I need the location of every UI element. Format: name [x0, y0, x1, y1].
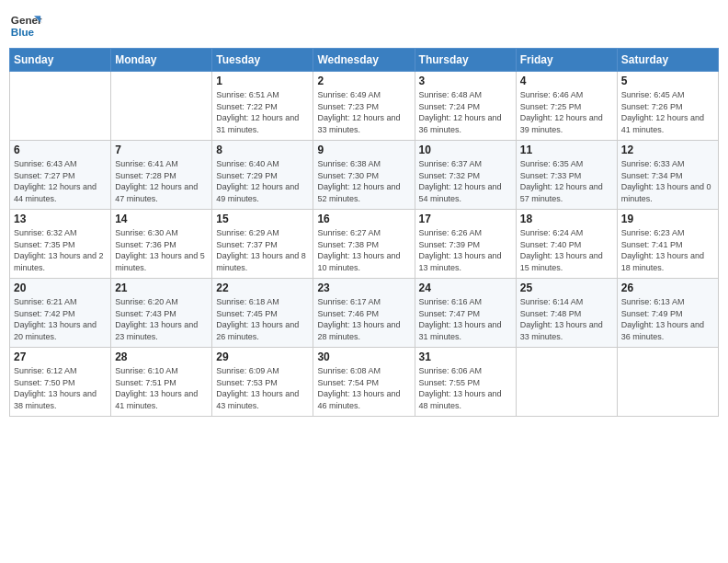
- day-number: 18: [520, 213, 613, 225]
- day-info: Sunrise: 6:29 AM Sunset: 7:37 PM Dayligh…: [216, 227, 309, 273]
- header-cell-tuesday: Tuesday: [212, 49, 313, 72]
- day-info: Sunrise: 6:49 AM Sunset: 7:23 PM Dayligh…: [317, 89, 410, 135]
- day-number: 7: [115, 144, 208, 156]
- calendar-cell: 27Sunrise: 6:12 AM Sunset: 7:50 PM Dayli…: [10, 348, 111, 417]
- calendar-cell: 31Sunrise: 6:06 AM Sunset: 7:55 PM Dayli…: [415, 348, 516, 417]
- calendar-cell: 3Sunrise: 6:48 AM Sunset: 7:24 PM Daylig…: [415, 72, 516, 141]
- day-info: Sunrise: 6:48 AM Sunset: 7:24 PM Dayligh…: [419, 89, 512, 135]
- calendar-cell: 18Sunrise: 6:24 AM Sunset: 7:40 PM Dayli…: [516, 210, 617, 279]
- day-number: 20: [14, 282, 107, 294]
- calendar-cell: 8Sunrise: 6:40 AM Sunset: 7:29 PM Daylig…: [212, 141, 313, 210]
- day-info: Sunrise: 6:30 AM Sunset: 7:36 PM Dayligh…: [115, 227, 208, 273]
- logo: General Blue: [9, 9, 42, 42]
- day-info: Sunrise: 6:46 AM Sunset: 7:25 PM Dayligh…: [520, 89, 613, 135]
- day-info: Sunrise: 6:45 AM Sunset: 7:26 PM Dayligh…: [621, 89, 714, 135]
- day-number: 15: [216, 213, 309, 225]
- day-number: 25: [520, 282, 613, 294]
- day-info: Sunrise: 6:37 AM Sunset: 7:32 PM Dayligh…: [419, 158, 512, 204]
- svg-text:Blue: Blue: [11, 26, 35, 38]
- day-number: 6: [14, 144, 107, 156]
- calendar-cell: 21Sunrise: 6:20 AM Sunset: 7:43 PM Dayli…: [111, 279, 212, 348]
- calendar-cell: 12Sunrise: 6:33 AM Sunset: 7:34 PM Dayli…: [617, 141, 718, 210]
- day-number: 29: [216, 350, 309, 363]
- day-info: Sunrise: 6:27 AM Sunset: 7:38 PM Dayligh…: [317, 227, 410, 273]
- calendar-cell: 9Sunrise: 6:38 AM Sunset: 7:30 PM Daylig…: [313, 141, 415, 210]
- header-cell-monday: Monday: [111, 49, 212, 72]
- day-number: 2: [317, 75, 410, 87]
- day-number: 22: [216, 282, 309, 294]
- day-number: 1: [216, 75, 309, 87]
- calendar-cell: [516, 348, 617, 417]
- calendar-table: SundayMondayTuesdayWednesdayThursdayFrid…: [9, 48, 719, 417]
- calendar-week-row: 6Sunrise: 6:43 AM Sunset: 7:27 PM Daylig…: [10, 141, 719, 210]
- header-cell-friday: Friday: [516, 49, 617, 72]
- day-info: Sunrise: 6:21 AM Sunset: 7:42 PM Dayligh…: [14, 296, 107, 342]
- calendar-week-row: 1Sunrise: 6:51 AM Sunset: 7:22 PM Daylig…: [10, 72, 719, 141]
- calendar-cell: 29Sunrise: 6:09 AM Sunset: 7:53 PM Dayli…: [212, 348, 313, 417]
- day-info: Sunrise: 6:16 AM Sunset: 7:47 PM Dayligh…: [419, 296, 512, 342]
- calendar-header-row: SundayMondayTuesdayWednesdayThursdayFrid…: [10, 49, 719, 72]
- calendar-week-row: 20Sunrise: 6:21 AM Sunset: 7:42 PM Dayli…: [10, 279, 719, 348]
- day-number: 4: [520, 75, 613, 87]
- day-number: 12: [621, 144, 714, 156]
- day-info: Sunrise: 6:20 AM Sunset: 7:43 PM Dayligh…: [115, 296, 208, 342]
- day-number: 16: [317, 213, 410, 225]
- day-info: Sunrise: 6:14 AM Sunset: 7:48 PM Dayligh…: [520, 296, 613, 342]
- header-cell-sunday: Sunday: [10, 49, 111, 72]
- header-cell-saturday: Saturday: [617, 49, 718, 72]
- calendar-cell: 5Sunrise: 6:45 AM Sunset: 7:26 PM Daylig…: [617, 72, 718, 141]
- day-info: Sunrise: 6:12 AM Sunset: 7:50 PM Dayligh…: [14, 365, 107, 411]
- day-number: 28: [115, 350, 208, 363]
- calendar-cell: 28Sunrise: 6:10 AM Sunset: 7:51 PM Dayli…: [111, 348, 212, 417]
- calendar-cell: 10Sunrise: 6:37 AM Sunset: 7:32 PM Dayli…: [415, 141, 516, 210]
- calendar-cell: 19Sunrise: 6:23 AM Sunset: 7:41 PM Dayli…: [617, 210, 718, 279]
- calendar-cell: 2Sunrise: 6:49 AM Sunset: 7:23 PM Daylig…: [313, 72, 415, 141]
- day-info: Sunrise: 6:38 AM Sunset: 7:30 PM Dayligh…: [317, 158, 410, 204]
- header-cell-thursday: Thursday: [415, 49, 516, 72]
- header-cell-wednesday: Wednesday: [313, 49, 415, 72]
- day-number: 13: [14, 213, 107, 225]
- calendar-body: 1Sunrise: 6:51 AM Sunset: 7:22 PM Daylig…: [10, 72, 719, 417]
- day-info: Sunrise: 6:18 AM Sunset: 7:45 PM Dayligh…: [216, 296, 309, 342]
- page-header: General Blue: [9, 9, 719, 42]
- day-number: 30: [317, 350, 410, 363]
- day-number: 14: [115, 213, 208, 225]
- calendar-cell: 1Sunrise: 6:51 AM Sunset: 7:22 PM Daylig…: [212, 72, 313, 141]
- day-info: Sunrise: 6:08 AM Sunset: 7:54 PM Dayligh…: [317, 365, 410, 411]
- calendar-cell: 22Sunrise: 6:18 AM Sunset: 7:45 PM Dayli…: [212, 279, 313, 348]
- day-number: 11: [520, 144, 613, 156]
- calendar-cell: 6Sunrise: 6:43 AM Sunset: 7:27 PM Daylig…: [10, 141, 111, 210]
- day-info: Sunrise: 6:43 AM Sunset: 7:27 PM Dayligh…: [14, 158, 107, 204]
- calendar-cell: 16Sunrise: 6:27 AM Sunset: 7:38 PM Dayli…: [313, 210, 415, 279]
- calendar-cell: 25Sunrise: 6:14 AM Sunset: 7:48 PM Dayli…: [516, 279, 617, 348]
- day-number: 9: [317, 144, 410, 156]
- day-info: Sunrise: 6:26 AM Sunset: 7:39 PM Dayligh…: [419, 227, 512, 273]
- day-info: Sunrise: 6:51 AM Sunset: 7:22 PM Dayligh…: [216, 89, 309, 135]
- calendar-week-row: 27Sunrise: 6:12 AM Sunset: 7:50 PM Dayli…: [10, 348, 719, 417]
- day-number: 10: [419, 144, 512, 156]
- day-info: Sunrise: 6:09 AM Sunset: 7:53 PM Dayligh…: [216, 365, 309, 411]
- day-number: 26: [621, 282, 714, 294]
- calendar-cell: 7Sunrise: 6:41 AM Sunset: 7:28 PM Daylig…: [111, 141, 212, 210]
- day-info: Sunrise: 6:24 AM Sunset: 7:40 PM Dayligh…: [520, 227, 613, 273]
- day-info: Sunrise: 6:06 AM Sunset: 7:55 PM Dayligh…: [419, 365, 512, 411]
- day-info: Sunrise: 6:13 AM Sunset: 7:49 PM Dayligh…: [621, 296, 714, 342]
- day-number: 31: [419, 350, 512, 363]
- logo-icon: General Blue: [9, 9, 42, 42]
- calendar-cell: [617, 348, 718, 417]
- calendar-cell: 24Sunrise: 6:16 AM Sunset: 7:47 PM Dayli…: [415, 279, 516, 348]
- day-number: 5: [621, 75, 714, 87]
- calendar-cell: 13Sunrise: 6:32 AM Sunset: 7:35 PM Dayli…: [10, 210, 111, 279]
- calendar-cell: 20Sunrise: 6:21 AM Sunset: 7:42 PM Dayli…: [10, 279, 111, 348]
- day-number: 17: [419, 213, 512, 225]
- day-info: Sunrise: 6:35 AM Sunset: 7:33 PM Dayligh…: [520, 158, 613, 204]
- calendar-cell: 11Sunrise: 6:35 AM Sunset: 7:33 PM Dayli…: [516, 141, 617, 210]
- day-number: 21: [115, 282, 208, 294]
- day-number: 19: [621, 213, 714, 225]
- calendar-week-row: 13Sunrise: 6:32 AM Sunset: 7:35 PM Dayli…: [10, 210, 719, 279]
- calendar-cell: 17Sunrise: 6:26 AM Sunset: 7:39 PM Dayli…: [415, 210, 516, 279]
- svg-text:General: General: [11, 14, 42, 26]
- calendar-cell: [111, 72, 212, 141]
- day-info: Sunrise: 6:17 AM Sunset: 7:46 PM Dayligh…: [317, 296, 410, 342]
- day-info: Sunrise: 6:10 AM Sunset: 7:51 PM Dayligh…: [115, 365, 208, 411]
